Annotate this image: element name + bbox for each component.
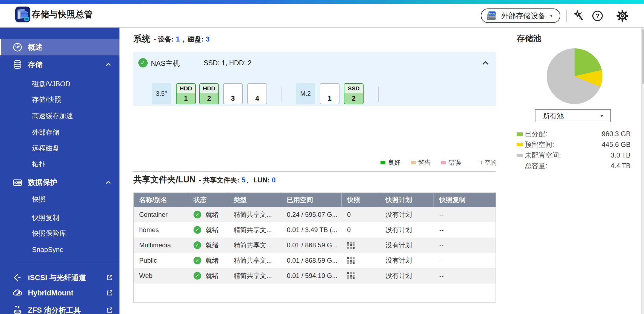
storage-pool-title: 存储池 — [517, 33, 541, 44]
legend-error-swatch — [441, 161, 446, 164]
reserved-label: 预留空间: — [525, 140, 602, 149]
sidebar-label: ZFS 池分析工具 — [28, 305, 81, 314]
pool-selector-dropdown[interactable]: 所有池 ▼ — [535, 109, 611, 122]
sidebar-label: 拓扑 — [32, 160, 46, 169]
disk-slot-m2-1-empty[interactable]: 1 — [320, 83, 339, 104]
cell-type: 精简共享文... — [228, 238, 281, 253]
sidebar-label: 磁盘/VJBOD — [32, 79, 70, 88]
table-row-homes[interactable]: homes ✓就绪 精简共享文... 0.01 / 3.49 TB (... 0… — [134, 222, 496, 238]
col-header-used: 已用空间 — [281, 193, 342, 207]
external-link-icon — [106, 274, 113, 281]
scrollbar-thumb[interactable] — [642, 29, 644, 84]
nas-host-name: NAS主机 — [151, 59, 180, 68]
reserved-value: 445.6 GB — [602, 141, 631, 149]
lun-count-value: 0 — [272, 176, 276, 184]
settings-gear-icon[interactable] — [616, 10, 629, 22]
sidebar-item-remote-disk[interactable]: 远程磁盘 — [0, 140, 119, 156]
cell-name: Web — [134, 268, 188, 283]
system-section-title: 系统 - 设备: 1 ， 磁盘: 3 — [133, 33, 210, 45]
cell-snapshot-plan: 没有计划 — [380, 253, 434, 268]
external-link-icon — [106, 289, 113, 297]
sidebar-item-snapshot-replica[interactable]: 快照复制 — [0, 210, 119, 226]
shares-title-text: 共享文件夹/LUN — [133, 174, 195, 185]
storage-disks-icon — [12, 59, 23, 70]
section-divider — [133, 171, 496, 172]
cell-snapshot-plan: 没有计划 — [380, 238, 434, 253]
gauge-icon — [12, 42, 23, 53]
legend-warning-label: 警告 — [418, 158, 431, 167]
status-ok-icon: ✓ — [194, 257, 201, 264]
slot-type-label: HDD — [200, 84, 218, 93]
sidebar-item-storage-snapshots[interactable]: 存储/快照 — [0, 91, 119, 107]
sidebar-item-topology[interactable]: 拓扑 — [0, 156, 119, 172]
sidebar-item-zfs-pool-analyzer[interactable]: ZFS 池分析工具 — [0, 302, 119, 314]
status-ok-icon: ✓ — [194, 211, 201, 218]
cell-snapshot-plan: 没有计划 — [380, 207, 434, 222]
lun-count-label: LUN: — [253, 176, 270, 184]
external-storage-device-dropdown[interactable]: RAID 外部存储设备 ▼ — [481, 8, 560, 23]
cell-name: Container — [134, 207, 188, 222]
header-divider — [566, 10, 567, 22]
cell-snapshot-replica: -- — [434, 222, 496, 238]
disk-slot-hdd2[interactable]: HDD 2 — [199, 83, 219, 104]
disk-slot-ssd2[interactable]: SSD 2 — [344, 83, 364, 104]
disk-slot-4-empty[interactable]: 4 — [247, 83, 267, 104]
total-label: 总容量: — [525, 161, 611, 170]
allocated-label: 已分配: — [525, 129, 602, 138]
separator: 、 — [246, 176, 253, 185]
wizard-wand-icon[interactable] — [573, 10, 585, 22]
sidebar-label: 存储/快照 — [32, 95, 61, 104]
collapse-chevron-up-icon[interactable] — [479, 57, 491, 69]
slot-type-label: SSD — [344, 84, 363, 93]
snapshot-busy-grid-icon — [347, 242, 355, 249]
chevron-up-icon[interactable] — [105, 179, 112, 186]
disk-slot-3-empty[interactable]: 3 — [223, 83, 243, 104]
sidebar-item-disks-vjbod[interactable]: 磁盘/VJBOD — [0, 76, 119, 92]
help-icon[interactable]: ? — [591, 10, 604, 22]
app-logo-icon — [15, 7, 30, 22]
table-row-multimedia[interactable]: Multimedia ✓就绪 精简共享文... 0.01 / 868.59 G.… — [134, 238, 496, 253]
sidebar-divider — [11, 264, 118, 264]
sidebar-item-storage[interactable]: 存储 — [0, 56, 119, 73]
legend-error-label: 错误 — [449, 158, 461, 167]
sidebar-item-snapsync[interactable]: SnapSync — [0, 242, 119, 257]
pool-selector-value: 所有池 — [543, 111, 600, 120]
sidebar-label: SnapSync — [32, 246, 63, 254]
sidebar-item-snapshot[interactable]: 快照 — [0, 191, 119, 207]
nas-disk-summary: SSD: 1, HDD: 2 — [204, 59, 251, 67]
chevron-down-icon: ▼ — [549, 13, 553, 18]
unconfigured-value: 3.0 TB — [611, 151, 631, 159]
disk-slot-hdd1[interactable]: HDD 1 — [176, 83, 196, 104]
disk-count-label: 磁盘: — [188, 35, 204, 44]
col-header-status: 状态 — [188, 193, 228, 207]
sidebar-item-iscsi-fc[interactable]: iSCSI 与光纤通道 — [0, 269, 119, 286]
main-content: 系统 - 设备: 1 ， 磁盘: 3 ✓ NAS主机 SSD: 1, HDD: … — [119, 28, 642, 314]
unconfigured-swatch — [517, 154, 523, 157]
sidebar-label: 数据保护 — [28, 177, 57, 187]
nas-host-panel: ✓ NAS主机 SSD: 1, HDD: 2 3.5" HDD 1 HDD 2 … — [133, 52, 496, 106]
cell-used-space: 0.24 / 595.07 G... — [281, 207, 342, 222]
cell-type: 精简共享文... — [228, 268, 281, 283]
status-ok-icon: ✓ — [138, 58, 148, 67]
system-title-text: 系统 — [133, 33, 150, 45]
sidebar-item-snapshot-vault[interactable]: 快照保险库 — [0, 225, 119, 241]
cell-used-space: 0.01 / 594.10 G... — [281, 268, 342, 283]
sidebar-item-overview[interactable]: 概述 — [0, 39, 119, 55]
table-header-row: 名称/别名 状态 类型 已用空间 快照 快照计划 快照复制 — [134, 193, 496, 207]
sidebar-label: iSCSI 与光纤通道 — [28, 273, 86, 283]
sidebar-item-hybridmount[interactable]: HybridMount — [0, 285, 119, 301]
sidebar-item-data-protection[interactable]: 数据保护 — [0, 174, 119, 191]
cell-name: Multimedia — [134, 238, 188, 253]
cell-snapshot-plan: 没有计划 — [380, 222, 434, 238]
legend-empty-label: 空的 — [484, 158, 497, 167]
vertical-scrollbar[interactable] — [641, 28, 644, 314]
cell-snapshots: 0 — [342, 207, 380, 222]
bay-size-label-3-5: 3.5" — [152, 83, 171, 104]
sidebar-item-cache-acceleration[interactable]: 高速缓存加速 — [0, 108, 119, 124]
table-row-container[interactable]: Container ✓就绪 精简共享文... 0.24 / 595.07 G..… — [134, 207, 496, 222]
table-row-public[interactable]: Public ✓就绪 精简共享文... 0.01 / 868.59 G... 没… — [134, 253, 496, 268]
chevron-up-icon[interactable] — [105, 61, 112, 68]
slot-number: 2 — [200, 93, 218, 104]
table-row-web[interactable]: Web ✓就绪 精简共享文... 0.01 / 594.10 G... 没有计划… — [134, 268, 496, 283]
sidebar-item-external-storage[interactable]: 外部存储 — [0, 124, 119, 140]
